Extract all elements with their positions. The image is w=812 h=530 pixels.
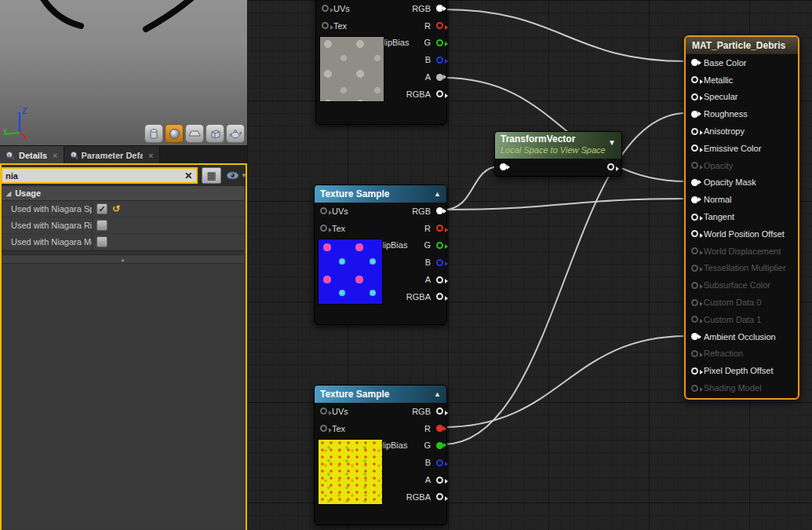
- pin-icon[interactable]: [436, 5, 443, 12]
- preview-shape-cube-button[interactable]: [206, 124, 224, 143]
- input-pin-uvs[interactable]: UVs: [320, 203, 407, 220]
- material-pin-specular[interactable]: Specular: [686, 89, 798, 106]
- collapse-icon[interactable]: ▲: [434, 190, 441, 198]
- material-pin-opacity-mask[interactable]: Opacity Mask: [686, 174, 798, 192]
- output-pin-rgba[interactable]: RGBA: [406, 288, 443, 305]
- pin-icon[interactable]: [320, 408, 327, 415]
- pin-icon[interactable]: [436, 425, 443, 432]
- material-pin-tangent[interactable]: Tangent: [686, 208, 798, 225]
- material-pin-normal[interactable]: Normal: [686, 191, 798, 208]
- output-pin-r[interactable]: R: [406, 17, 443, 35]
- pin-icon[interactable]: [691, 196, 698, 203]
- tab-details[interactable]: i Details ×: [0, 146, 64, 165]
- material-pin-emissive-color[interactable]: Emissive Color: [686, 140, 798, 157]
- search-box[interactable]: ✕: [1, 167, 198, 184]
- input-pin-tex[interactable]: Tex: [320, 420, 407, 437]
- checkbox-unchecked[interactable]: [96, 236, 107, 247]
- texture-sample-3-header[interactable]: Texture Sample ▲: [315, 386, 446, 403]
- transform-output-pin[interactable]: [607, 163, 614, 170]
- material-pin-world-position-offset[interactable]: World Position Offset: [686, 225, 798, 243]
- pin-icon[interactable]: [320, 425, 327, 432]
- pin-icon[interactable]: [691, 111, 698, 118]
- checkbox-unchecked[interactable]: [96, 220, 107, 231]
- output-pin-rgba[interactable]: RGBA: [406, 488, 443, 506]
- output-pin-rgba[interactable]: RGBA: [406, 86, 443, 103]
- output-pin-a[interactable]: A: [406, 68, 443, 86]
- pin-icon[interactable]: [691, 93, 698, 101]
- preview-viewport[interactable]: Z y x: [0, 0, 247, 146]
- pin-icon[interactable]: [436, 459, 443, 466]
- pin-icon[interactable]: [436, 242, 443, 249]
- collapse-icon[interactable]: ▲: [434, 390, 441, 398]
- collapse-icon[interactable]: ▼: [608, 138, 616, 147]
- input-pin-uvs[interactable]: UVs: [322, 0, 409, 17]
- input-pin-tex[interactable]: Tex: [322, 17, 409, 35]
- preview-shape-sphere-button[interactable]: [165, 124, 184, 143]
- material-pin-roughness[interactable]: Roughness: [686, 105, 798, 122]
- pin-icon[interactable]: [691, 76, 698, 83]
- pin-icon[interactable]: [436, 207, 443, 214]
- input-pin-uvs[interactable]: UVs: [320, 403, 407, 420]
- pin-icon[interactable]: [436, 477, 443, 484]
- pin-icon[interactable]: [436, 57, 443, 64]
- material-pin-ambient-occlusion[interactable]: Ambient Occlusion: [686, 328, 798, 345]
- output-pin-g[interactable]: G: [406, 35, 443, 52]
- pin-icon[interactable]: [691, 59, 698, 66]
- property-matrix-button[interactable]: ▦: [202, 167, 221, 184]
- output-pin-rgb[interactable]: RGB: [406, 403, 443, 420]
- section-expand-icon[interactable]: ◢: [6, 190, 11, 197]
- material-pin-anisotropy[interactable]: Anisotropy: [686, 122, 798, 140]
- pin-icon[interactable]: [691, 214, 698, 221]
- preview-shape-cylinder-button[interactable]: [144, 124, 163, 143]
- pin-icon[interactable]: [436, 408, 443, 415]
- preview-shape-plane-button[interactable]: [185, 124, 204, 143]
- pin-icon[interactable]: [436, 276, 443, 283]
- pin-icon[interactable]: [436, 225, 443, 232]
- output-pin-a[interactable]: A: [406, 471, 443, 488]
- pin-icon[interactable]: [436, 39, 443, 46]
- view-options-button[interactable]: ▼: [226, 171, 247, 180]
- texture-sample-node-3[interactable]: Texture Sample ▲ UVs Tex Apply View MipB…: [314, 385, 447, 525]
- output-pin-b[interactable]: B: [406, 51, 443, 68]
- pin-icon[interactable]: [691, 367, 698, 375]
- material-pin-pixel-depth-offset[interactable]: Pixel Depth Offset: [686, 362, 798, 379]
- output-pin-g[interactable]: G: [406, 437, 443, 455]
- usage-section-header[interactable]: ◢ Usage: [2, 186, 244, 201]
- output-pin-g[interactable]: G: [406, 237, 443, 254]
- reset-to-default-icon[interactable]: ↺: [112, 204, 120, 214]
- output-pin-b[interactable]: B: [406, 254, 443, 271]
- pin-icon[interactable]: [691, 128, 698, 135]
- texture-sample-node-2[interactable]: Texture Sample ▲ UVs Tex Apply View MipB…: [314, 185, 447, 325]
- output-pin-a[interactable]: A: [406, 271, 443, 288]
- pin-icon[interactable]: [436, 493, 443, 500]
- material-node-header[interactable]: MAT_Particle_Debris: [686, 37, 798, 54]
- pin-icon[interactable]: [436, 90, 443, 97]
- pin-icon[interactable]: [436, 293, 443, 300]
- transform-vector-header[interactable]: TransformVector Local Space to View Spac…: [495, 132, 621, 159]
- pin-icon[interactable]: [691, 333, 698, 340]
- collapse-advanced-strip[interactable]: ▲: [2, 254, 244, 264]
- pin-icon[interactable]: [320, 207, 327, 214]
- output-pin-r[interactable]: R: [406, 220, 443, 237]
- texture-sample-2-header[interactable]: Texture Sample ▲: [315, 185, 446, 203]
- pin-icon[interactable]: [691, 230, 698, 237]
- tab-close-icon[interactable]: ×: [148, 151, 153, 160]
- transform-input-pin[interactable]: [500, 163, 507, 170]
- search-input[interactable]: [2, 171, 180, 181]
- output-pin-r[interactable]: R: [406, 420, 443, 437]
- material-result-node[interactable]: MAT_Particle_Debris Base Color Metallic …: [684, 35, 799, 400]
- pin-icon[interactable]: [436, 259, 443, 266]
- tab-close-icon[interactable]: ×: [53, 151, 57, 160]
- preview-shape-teapot-button[interactable]: [226, 124, 245, 143]
- pin-icon[interactable]: [322, 5, 329, 12]
- input-pin-tex[interactable]: Tex: [320, 220, 407, 237]
- material-graph-canvas[interactable]: Texture Sample ▲ UVs Tex Apply View MipB…: [247, 0, 812, 530]
- pin-icon[interactable]: [691, 179, 698, 186]
- pin-icon[interactable]: [436, 442, 443, 449]
- texture-sample-node-1[interactable]: Texture Sample ▲ UVs Tex Apply View MipB…: [315, 0, 447, 125]
- material-pin-metallic[interactable]: Metallic: [686, 71, 798, 89]
- transform-vector-node[interactable]: TransformVector Local Space to View Spac…: [494, 131, 622, 177]
- output-pin-rgb[interactable]: RGB: [406, 203, 443, 220]
- pin-icon[interactable]: [691, 144, 698, 152]
- material-pin-base-color[interactable]: Base Color: [686, 54, 798, 71]
